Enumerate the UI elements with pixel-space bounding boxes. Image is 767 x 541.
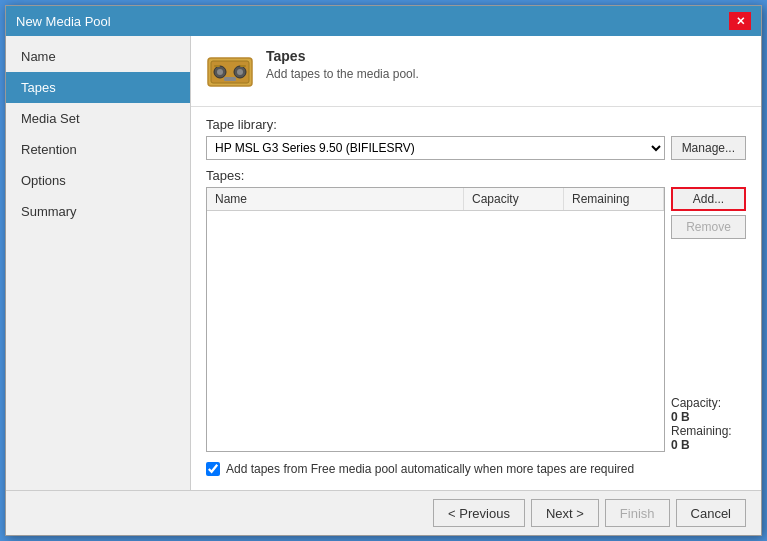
add-button[interactable]: Add... — [671, 187, 746, 211]
table-header: Name Capacity Remaining — [207, 188, 664, 211]
remove-button[interactable]: Remove — [671, 215, 746, 239]
col-name: Name — [207, 188, 464, 210]
dialog-title: New Media Pool — [16, 14, 111, 29]
tapes-table: Name Capacity Remaining — [206, 187, 665, 452]
next-button[interactable]: Next > — [531, 499, 599, 527]
table-body — [207, 211, 664, 411]
header-subtitle: Add tapes to the media pool. — [266, 67, 419, 81]
sidebar-item-summary[interactable]: Summary — [6, 196, 190, 227]
dialog-body: Name Tapes Media Set Retention Options S… — [6, 36, 761, 490]
remaining-value: 0 B — [671, 438, 746, 452]
manage-button[interactable]: Manage... — [671, 136, 746, 160]
svg-point-5 — [237, 69, 243, 75]
header-section: Tapes Add tapes to the media pool. — [191, 36, 761, 107]
col-remaining: Remaining — [564, 188, 664, 210]
tape-library-row: Tape library: HP MSL G3 Series 9.50 (BIF… — [206, 117, 746, 160]
capacity-value: 0 B — [671, 410, 746, 424]
tape-library-controls: HP MSL G3 Series 9.50 (BIFILESRV) Manage… — [206, 136, 746, 160]
title-bar: New Media Pool ✕ — [6, 6, 761, 36]
sidebar-item-media-set[interactable]: Media Set — [6, 103, 190, 134]
col-capacity: Capacity — [464, 188, 564, 210]
close-button[interactable]: ✕ — [729, 12, 751, 30]
content-area: Tape library: HP MSL G3 Series 9.50 (BIF… — [191, 107, 761, 490]
svg-rect-6 — [224, 77, 236, 81]
sidebar-item-retention[interactable]: Retention — [6, 134, 190, 165]
auto-add-checkbox-row: Add tapes from Free media pool automatic… — [206, 458, 746, 480]
svg-rect-8 — [240, 65, 246, 67]
sidebar-item-tapes[interactable]: Tapes — [6, 72, 190, 103]
tapes-label: Tapes: — [206, 168, 746, 183]
tape-library-select[interactable]: HP MSL G3 Series 9.50 (BIFILESRV) — [206, 136, 665, 160]
tapes-body: Name Capacity Remaining Add... Remove — [206, 187, 746, 452]
remaining-label: Remaining: — [671, 424, 746, 438]
cancel-button[interactable]: Cancel — [676, 499, 746, 527]
finish-button[interactable]: Finish — [605, 499, 670, 527]
capacity-label: Capacity: — [671, 396, 746, 410]
header-text: Tapes Add tapes to the media pool. — [266, 48, 419, 81]
previous-button[interactable]: < Previous — [433, 499, 525, 527]
svg-point-3 — [217, 69, 223, 75]
tape-icon — [206, 48, 254, 96]
tapes-section: Tapes: Name Capacity Remaining — [206, 168, 746, 480]
sidebar: Name Tapes Media Set Retention Options S… — [6, 36, 191, 490]
side-buttons: Add... Remove Capacity: 0 B Remaining: 0… — [671, 187, 746, 452]
header-title: Tapes — [266, 48, 419, 64]
sidebar-item-name[interactable]: Name — [6, 41, 190, 72]
capacity-info: Capacity: 0 B Remaining: 0 B — [671, 396, 746, 452]
sidebar-item-options[interactable]: Options — [6, 165, 190, 196]
main-content: Tapes Add tapes to the media pool. Tape … — [191, 36, 761, 490]
dialog: New Media Pool ✕ Name Tapes Media Set Re… — [5, 5, 762, 536]
footer: < Previous Next > Finish Cancel — [6, 490, 761, 535]
tape-library-label: Tape library: — [206, 117, 746, 132]
auto-add-label: Add tapes from Free media pool automatic… — [226, 462, 634, 476]
auto-add-checkbox[interactable] — [206, 462, 220, 476]
svg-rect-7 — [214, 65, 220, 67]
